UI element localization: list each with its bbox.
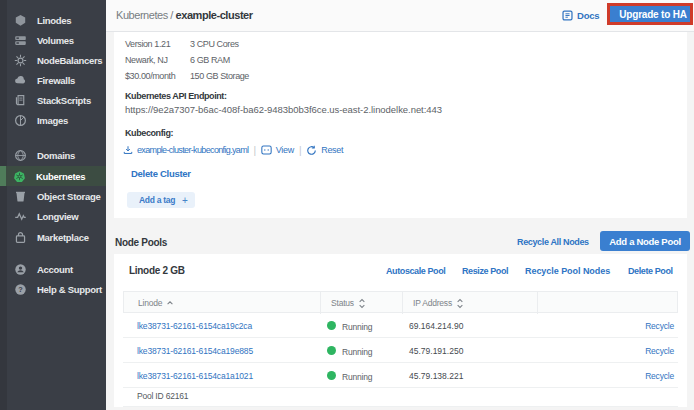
svg-text:?: ? — [18, 285, 23, 294]
